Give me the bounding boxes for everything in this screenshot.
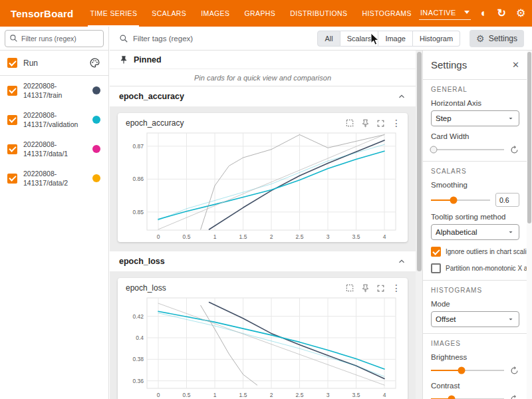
tags-filter-input[interactable]: [133, 35, 312, 43]
run-color-dot[interactable]: [92, 174, 100, 182]
more-options-icon[interactable]: [392, 283, 401, 293]
runs-filter-box[interactable]: [5, 30, 104, 47]
run-row-train[interactable]: 20220808-141317/train: [0, 76, 108, 105]
filter-button-scalars[interactable]: Scalars: [340, 31, 379, 47]
pinned-hint: Pin cards for a quick view and compariso…: [110, 69, 416, 86]
fullscreen-icon[interactable]: [376, 284, 385, 293]
svg-text:0.5: 0.5: [183, 233, 191, 240]
slider-thumb[interactable]: [450, 196, 457, 203]
settings-panel: Settings GENERAL Horizontal Axis Step Ca…: [422, 51, 532, 399]
pin-card-icon[interactable]: [361, 119, 370, 128]
run-color-dot[interactable]: [92, 86, 100, 94]
ignore-outliers-row[interactable]: Ignore outliers in chart scaling: [431, 247, 519, 257]
close-icon[interactable]: [512, 60, 519, 70]
ignore-outliers-checkbox[interactable]: [431, 247, 441, 257]
select-all-runs-checkbox[interactable]: [7, 58, 17, 68]
scrollbar-thumb[interactable]: [417, 52, 422, 271]
epoch-accuracy-chart[interactable]: 00.511.522.533.540.850.860.87: [123, 129, 402, 242]
tab-scalars[interactable]: SCALARS: [144, 0, 194, 27]
tooltip-sorting-select[interactable]: Alphabetical: [431, 224, 519, 240]
header-controls: INACTIVE: [419, 7, 532, 20]
tooltip-sorting-value: Alphabetical: [436, 228, 477, 236]
refresh-icon[interactable]: [497, 8, 506, 19]
chevron-up-icon[interactable]: [397, 257, 406, 266]
svg-text:1: 1: [213, 233, 217, 240]
run-row-data-2[interactable]: 20220808-141317/data/2: [0, 164, 108, 193]
reset-icon[interactable]: [509, 366, 519, 376]
partition-x-axis-row[interactable]: Partition non-monotonic X axis: [431, 263, 519, 273]
smoothing-slider[interactable]: [431, 200, 490, 201]
fullscreen-icon[interactable]: [376, 119, 385, 128]
tab-graphs[interactable]: GRAPHS: [237, 0, 283, 27]
run-color-dot[interactable]: [92, 116, 100, 124]
theme-toggle-icon[interactable]: [481, 8, 487, 19]
settings-button[interactable]: Settings: [469, 30, 524, 47]
runs-column-label: Run: [23, 59, 83, 68]
svg-text:1.5: 1.5: [239, 233, 247, 240]
pin-icon: [119, 55, 128, 65]
svg-text:4: 4: [383, 233, 386, 240]
svg-text:3: 3: [327, 233, 330, 240]
run-checkbox[interactable]: [7, 86, 17, 96]
settings-button-label: Settings: [489, 34, 517, 43]
more-options-icon[interactable]: [392, 118, 401, 128]
svg-text:2.5: 2.5: [296, 233, 304, 240]
settings-gear-icon[interactable]: [516, 8, 525, 19]
brightness-slider[interactable]: [431, 370, 504, 371]
filter-button-all[interactable]: All: [317, 31, 340, 47]
card-header: epoch_loss: [118, 278, 408, 294]
palette-icon[interactable]: [89, 57, 100, 68]
smoothing-input[interactable]: 0.6: [495, 193, 519, 207]
chevron-down-icon: [507, 315, 515, 323]
run-checkbox[interactable]: [7, 144, 17, 154]
scrollbar-thumb[interactable]: [527, 52, 531, 223]
run-label: 20220808-141317/data/2: [23, 169, 86, 188]
run-row-data-1[interactable]: 20220808-141317/data/1: [0, 134, 108, 164]
svg-text:0: 0: [157, 233, 160, 240]
selection-box-icon[interactable]: [345, 283, 354, 293]
runs-sidebar: Run 20220808-141317/train 20220808-14131…: [0, 27, 109, 399]
filter-button-image[interactable]: Image: [378, 31, 413, 47]
tags-toolbar: All Scalars Image Histogram Settings: [110, 27, 532, 51]
brightness-label: Brightness: [431, 353, 519, 361]
runs-filter-input[interactable]: [21, 35, 99, 43]
reset-icon[interactable]: [509, 394, 519, 399]
tab-histograms[interactable]: HISTOGRAMS: [354, 0, 418, 27]
slider-thumb[interactable]: [458, 367, 466, 374]
app-logo: TensorBoard: [0, 8, 82, 19]
card-width-slider[interactable]: [431, 149, 504, 150]
tab-images[interactable]: IMAGES: [194, 0, 237, 27]
horizontal-axis-select[interactable]: Step: [431, 110, 519, 126]
run-checkbox[interactable]: [7, 115, 17, 125]
run-color-dot[interactable]: [92, 145, 100, 153]
filter-button-histogram[interactable]: Histogram: [413, 31, 460, 47]
reset-icon[interactable]: [509, 145, 519, 155]
settings-scrollbar[interactable]: [527, 51, 532, 399]
slider-thumb[interactable]: [448, 396, 455, 399]
tab-time-series[interactable]: TIME SERIES: [82, 0, 144, 27]
reload-status-dropdown[interactable]: INACTIVE: [419, 7, 471, 20]
scalars-section-label: SCALARS: [431, 168, 519, 175]
slider-thumb[interactable]: [430, 146, 438, 154]
partition-x-axis-checkbox[interactable]: [431, 263, 441, 273]
run-row-validation[interactable]: 20220808-141317/validation: [0, 105, 108, 134]
histogram-mode-select[interactable]: Offset: [431, 311, 519, 327]
run-checkbox[interactable]: [7, 174, 17, 184]
tags-filter-box[interactable]: [119, 34, 312, 43]
chevron-up-icon[interactable]: [397, 92, 406, 101]
runs-list-header: Run: [0, 51, 108, 76]
tab-distributions[interactable]: DISTRIBUTIONS: [283, 0, 354, 27]
chevron-down-icon: [507, 114, 515, 122]
settings-title: Settings: [431, 59, 467, 70]
section-epoch-accuracy[interactable]: epoch_accuracy: [110, 86, 416, 106]
search-icon: [119, 34, 128, 43]
selection-box-icon[interactable]: [345, 118, 354, 128]
pin-card-icon[interactable]: [361, 284, 370, 293]
section-epoch-loss[interactable]: epoch_loss: [110, 251, 416, 271]
app-header: TensorBoard TIME SERIES SCALARS IMAGES G…: [0, 0, 532, 27]
general-section-label: GENERAL: [431, 86, 519, 93]
epoch-loss-chart[interactable]: 00.511.522.533.540.360.380.40.42: [123, 294, 402, 399]
main-scrollbar[interactable]: [416, 51, 422, 399]
svg-text:0.86: 0.86: [132, 176, 144, 182]
svg-text:0.36: 0.36: [132, 378, 144, 384]
